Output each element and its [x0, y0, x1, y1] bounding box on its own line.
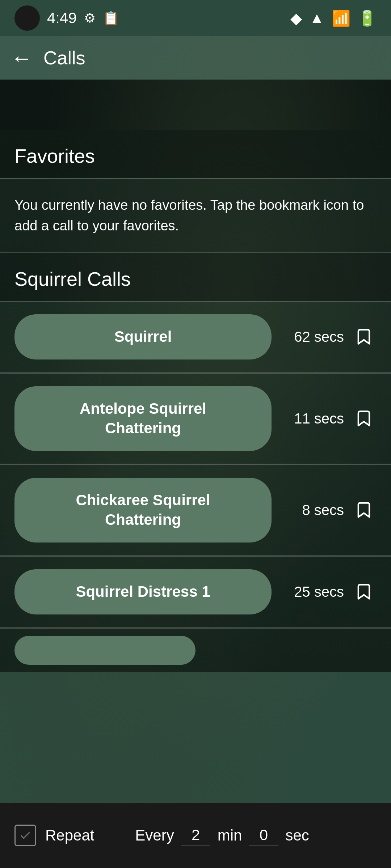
min-value[interactable]: 0 — [249, 825, 278, 846]
distress1-call-label: Squirrel Distress 1 — [76, 582, 210, 602]
squirrel-call-button[interactable]: Squirrel — [14, 314, 272, 359]
page-title: Calls — [43, 47, 85, 69]
back-arrow-icon: ← — [11, 46, 33, 71]
calls-list: Squirrel 62 secs Antelope SquirrelChatte… — [0, 302, 391, 672]
distress1-call-button[interactable]: Squirrel Distress 1 — [14, 569, 272, 614]
back-button[interactable]: ← — [11, 46, 33, 71]
squirrel-call-label: Squirrel — [114, 327, 172, 347]
main-content: Favorites You currently have no favorite… — [0, 130, 391, 672]
distress1-bookmark-button[interactable] — [351, 582, 377, 601]
status-time: 4:49 — [47, 9, 77, 27]
status-bar: 4:49 ⚙ 📋 ◆ ▲ 📶 🔋 — [0, 0, 391, 36]
call-item-partial — [0, 629, 391, 672]
bottom-bar: Repeat Every 2 min 0 sec — [0, 803, 391, 868]
no-favorites-text: You currently have no favorites. Tap the… — [14, 195, 377, 236]
repeat-section: Repeat — [14, 825, 135, 846]
min-label: min — [218, 827, 242, 844]
antelope-call-label: Antelope SquirrelChattering — [80, 399, 206, 438]
chickaree-duration: 8 secs — [279, 502, 344, 518]
settings-icon: ⚙ — [84, 10, 96, 26]
status-right: ◆ ▲ 📶 🔋 — [290, 9, 377, 27]
status-circle-icon — [14, 5, 40, 31]
battery-icon: 🔋 — [358, 9, 377, 27]
signal-icon: 📶 — [332, 9, 350, 27]
repeat-label: Repeat — [45, 827, 94, 844]
every-section: Every 2 min 0 sec — [135, 825, 377, 846]
chickaree-bookmark-button[interactable] — [351, 501, 377, 519]
location-icon: ◆ — [290, 9, 302, 27]
favorites-title: Favorites — [14, 145, 95, 167]
squirrel-bookmark-button[interactable] — [351, 327, 377, 346]
repeat-checkbox[interactable] — [14, 825, 36, 846]
distress1-duration: 25 secs — [279, 584, 344, 600]
sec-label: sec — [285, 827, 309, 844]
top-nav: ← Calls — [0, 36, 391, 80]
call-item-distress1: Squirrel Distress 1 25 secs — [0, 557, 391, 628]
favorites-section-header: Favorites — [0, 130, 391, 178]
every-value[interactable]: 2 — [181, 825, 210, 846]
call-item-chickaree: Chickaree SquirrelChattering 8 secs — [0, 465, 391, 556]
squirrel-duration: 62 secs — [279, 329, 344, 345]
chickaree-call-label: Chickaree SquirrelChattering — [76, 490, 210, 530]
partial-call-button[interactable] — [14, 636, 196, 665]
call-item-antelope: Antelope SquirrelChattering 11 secs — [0, 374, 391, 464]
chickaree-call-button[interactable]: Chickaree SquirrelChattering — [14, 478, 272, 542]
antelope-duration: 11 secs — [279, 410, 344, 427]
antelope-call-button[interactable]: Antelope SquirrelChattering — [14, 386, 272, 451]
sim-icon: 📋 — [103, 10, 119, 26]
header-image-band — [0, 80, 391, 130]
call-item-squirrel: Squirrel 62 secs — [0, 302, 391, 373]
status-left: 4:49 ⚙ 📋 — [14, 5, 119, 31]
antelope-bookmark-button[interactable] — [351, 409, 377, 428]
squirrel-calls-title: Squirrel Calls — [14, 268, 131, 290]
every-label: Every — [135, 827, 174, 844]
squirrel-calls-section-header: Squirrel Calls — [0, 253, 391, 301]
wifi-icon: ▲ — [309, 9, 324, 27]
no-favorites-message: You currently have no favorites. Tap the… — [0, 179, 391, 252]
